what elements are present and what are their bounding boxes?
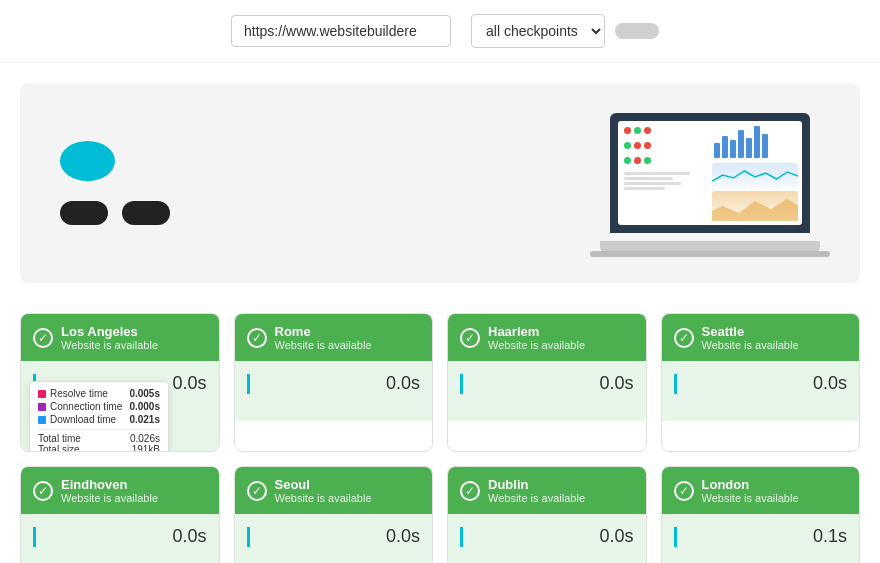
card-header-text: Haarlem Website is available xyxy=(488,324,585,351)
time-display: 0.0s xyxy=(386,526,420,547)
checkpoint-card: ✓ Rome Website is available 0.0s xyxy=(234,313,434,452)
test-again-button[interactable] xyxy=(60,201,108,225)
checkpoint-card: ✓ Haarlem Website is available 0.0s xyxy=(447,313,647,452)
card-header: ✓ Seoul Website is available xyxy=(235,467,433,514)
time-display: 0.0s xyxy=(172,373,206,394)
check-icon: ✓ xyxy=(460,328,480,348)
total-size-label: Total size xyxy=(38,444,80,452)
hero-left xyxy=(60,141,170,225)
mini-bar xyxy=(33,527,36,547)
check-icon: ✓ xyxy=(33,481,53,501)
laptop-foot xyxy=(590,251,830,257)
card-header-text: Dublin Website is available xyxy=(488,477,585,504)
total-size-value: 191kB xyxy=(132,444,160,452)
card-header-text: London Website is available xyxy=(702,477,799,504)
laptop-screen xyxy=(610,113,810,233)
check-icon: ✓ xyxy=(674,481,694,501)
card-header: ✓ Haarlem Website is available xyxy=(448,314,646,361)
card-header: ✓ Los Angeles Website is available xyxy=(21,314,219,361)
tooltip-row: Resolve time 0.005s xyxy=(38,388,160,399)
card-header-text: Seattle Website is available xyxy=(702,324,799,351)
resolve-value: 0.005s xyxy=(129,388,160,399)
status-text: Website is available xyxy=(702,339,799,351)
tooltip-row: Download time 0.021s xyxy=(38,414,160,425)
download-value: 0.021s xyxy=(129,414,160,425)
resolve-dot xyxy=(38,390,46,398)
city-name: Los Angeles xyxy=(61,324,158,339)
card-header-text: Rome Website is available xyxy=(275,324,372,351)
teal-circle-decoration xyxy=(60,141,115,181)
time-display: 0.0s xyxy=(813,373,847,394)
card-body: 0.0s xyxy=(448,361,646,421)
total-time-row: Total time 0.026s xyxy=(38,433,160,444)
card-header-text: Seoul Website is available xyxy=(275,477,372,504)
tooltip-box: Resolve time 0.005s Connection time 0.00… xyxy=(29,381,169,452)
start-test-button[interactable] xyxy=(615,23,659,39)
status-text: Website is available xyxy=(61,492,158,504)
mini-bar xyxy=(460,374,463,394)
checkpoint-card: ✓ Los Angeles Website is available 0.0s … xyxy=(20,313,220,452)
city-name: Rome xyxy=(275,324,372,339)
card-header: ✓ Eindhoven Website is available xyxy=(21,467,219,514)
status-text: Website is available xyxy=(488,492,585,504)
check-icon: ✓ xyxy=(33,328,53,348)
tooltip-total: Total time 0.026s Total size 191kB xyxy=(38,429,160,452)
card-row: 0.0s xyxy=(674,373,848,394)
card-body: 0.0s xyxy=(21,514,219,563)
connection-value: 0.000s xyxy=(129,401,160,412)
time-display: 0.0s xyxy=(599,373,633,394)
total-size-row: Total size 191kB xyxy=(38,444,160,452)
resolve-label: Resolve time xyxy=(50,388,125,399)
connection-dot xyxy=(38,403,46,411)
time-display: 0.1s xyxy=(813,526,847,547)
mini-bar xyxy=(247,374,250,394)
laptop-illustration xyxy=(600,113,820,253)
card-body: 0.1s xyxy=(662,514,860,563)
time-display: 0.0s xyxy=(386,373,420,394)
connection-label: Connection time xyxy=(50,401,125,412)
hero-banner xyxy=(20,83,860,283)
checkpoint-card: ✓ London Website is available 0.1s xyxy=(661,466,861,563)
mini-bar xyxy=(674,374,677,394)
card-body: 0.0s Resolve time 0.005s Connection time… xyxy=(21,361,219,451)
card-body: 0.0s xyxy=(235,361,433,421)
total-time-label: Total time xyxy=(38,433,81,444)
city-name: Seoul xyxy=(275,477,372,492)
time-display: 0.0s xyxy=(172,526,206,547)
status-text: Website is available xyxy=(275,492,372,504)
checkpoint-card: ✓ Seattle Website is available 0.0s xyxy=(661,313,861,452)
card-header: ✓ Rome Website is available xyxy=(235,314,433,361)
time-display: 0.0s xyxy=(599,526,633,547)
city-name: Haarlem xyxy=(488,324,585,339)
check-icon: ✓ xyxy=(460,481,480,501)
card-row: 0.0s xyxy=(247,526,421,547)
card-row: 0.1s xyxy=(674,526,848,547)
total-time-value: 0.026s xyxy=(130,433,160,444)
checkpoints-select[interactable]: all checkpoints xyxy=(471,14,605,48)
results-grid: ✓ Los Angeles Website is available 0.0s … xyxy=(20,313,860,563)
download-dot xyxy=(38,416,46,424)
check-icon: ✓ xyxy=(247,328,267,348)
card-header-text: Eindhoven Website is available xyxy=(61,477,158,504)
status-text: Website is available xyxy=(488,339,585,351)
card-body: 0.0s xyxy=(662,361,860,421)
mini-bar xyxy=(460,527,463,547)
url-input[interactable] xyxy=(231,15,451,47)
svg-marker-0 xyxy=(712,199,798,221)
card-body: 0.0s xyxy=(235,514,433,563)
status-text: Website is available xyxy=(61,339,158,351)
results-section: ✓ Los Angeles Website is available 0.0s … xyxy=(0,283,880,563)
card-header: ✓ Seattle Website is available xyxy=(662,314,860,361)
checkpoint-card: ✓ Seoul Website is available 0.0s xyxy=(234,466,434,563)
share-results-button[interactable] xyxy=(122,201,170,225)
mini-bar xyxy=(247,527,250,547)
city-name: Eindhoven xyxy=(61,477,158,492)
mini-bar xyxy=(674,527,677,547)
card-row: 0.0s xyxy=(247,373,421,394)
card-row: 0.0s xyxy=(33,526,207,547)
card-header-text: Los Angeles Website is available xyxy=(61,324,158,351)
download-label: Download time xyxy=(50,414,125,425)
card-body: 0.0s xyxy=(448,514,646,563)
status-text: Website is available xyxy=(702,492,799,504)
city-name: London xyxy=(702,477,799,492)
